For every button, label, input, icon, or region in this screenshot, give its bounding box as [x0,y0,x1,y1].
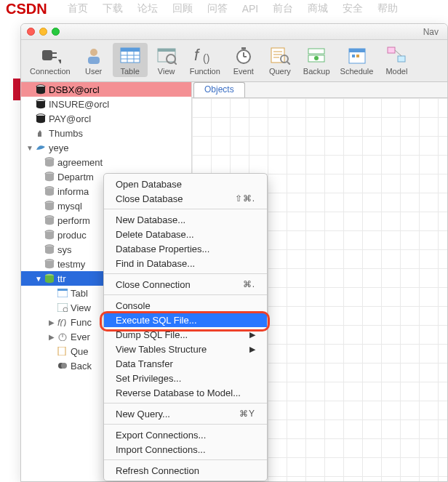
menu-item[interactable]: Close Database⇧⌘. [104,191,267,206]
tree-label: Tabl [71,288,88,299]
connection-thumbs[interactable]: Thumbs [21,126,191,140]
connection-pay[interactable]: PAY@orcl [21,111,191,126]
menu-item[interactable]: Dump SQL File...▶ [104,327,267,342]
dolphin-icon [34,142,47,153]
menu-item[interactable]: Execute SQL File... [104,313,267,327]
tree-label: testmy [57,259,85,270]
connection-yeye[interactable]: ▼ yeye [21,140,191,155]
tree-label: Func [71,317,92,328]
menu-item[interactable]: Find in Database... [104,256,267,270]
table-icon [120,44,140,66]
toolbar-label: Function [190,67,220,76]
chevron-down-icon: ▼ [25,144,34,152]
svg-rect-35 [388,47,395,53]
menu-item-label: Delete Database... [116,229,194,240]
bg-logo: CSDN [6,1,47,17]
toolbar-label: Connection [30,67,71,76]
toolbar-user[interactable]: User [76,43,111,77]
chevron-right-icon: ▶ [47,318,56,326]
svg-rect-33 [352,55,355,57]
toolbar-label: Schedule [340,67,374,76]
menu-item-label: Dump SQL File... [116,329,188,340]
tree-label: yeye [49,142,68,153]
tree-label: Ever [71,332,90,342]
database-open-icon [43,273,56,284]
toolbar-function[interactable]: f() Function [185,43,225,77]
menu-item[interactable]: Data Transfer [104,356,267,371]
toolbar-event[interactable]: Event [226,43,261,77]
zoom-window-button[interactable] [52,28,60,36]
toolbar-backup[interactable]: Backup [299,43,335,77]
svg-marker-3 [58,60,61,64]
svg-point-73 [45,280,54,283]
database-icon [34,113,47,124]
menu-item[interactable]: Set Privileges... [104,371,267,385]
toolbar-view[interactable]: View [149,43,184,77]
menu-item[interactable]: New Database... [104,212,267,227]
toolbar-label: Model [385,67,407,76]
toolbar-label: Table [121,67,140,76]
connection-insure[interactable]: INSURE@orcl [21,97,191,111]
menu-item[interactable]: Delete Database... [104,227,267,241]
toolbar-query[interactable]: Query [263,43,297,77]
query-icon [270,44,290,66]
database-icon [43,172,56,182]
svg-rect-32 [349,49,365,52]
menu-item[interactable]: View Tables Structure▶ [104,342,267,356]
database-icon [43,230,56,240]
menu-item-label: Database Properties... [116,244,209,254]
toolbar-model[interactable]: Model [379,43,414,77]
plug-icon [39,44,61,66]
menu-item[interactable]: Refresh Connection [104,463,267,478]
tree-label: produc [57,230,87,241]
toolbar-label: User [85,67,102,76]
svg-text:f: f [194,46,201,64]
menu-item[interactable]: Import Connections... [104,442,267,457]
context-menu: Open DatabaseClose Database⇧⌘.New Databa… [103,173,268,481]
menu-shortcut: ⌘. [243,279,255,289]
database-icon [43,244,56,254]
menu-item[interactable]: Console [104,298,267,313]
menu-item[interactable]: Reverse Database to Model... [104,385,267,400]
menu-item[interactable]: New Query...⌘Y [104,406,267,421]
backup-icon [306,44,327,66]
database-item[interactable]: agreement [21,155,191,169]
table-icon [56,289,69,297]
menu-item[interactable]: Open Database [104,177,267,191]
database-icon [34,99,47,109]
database-icon [43,201,56,211]
thumb-icon [34,128,47,138]
svg-point-40 [36,91,45,94]
menu-separator [104,209,267,209]
menu-item[interactable]: Database Properties... [104,241,267,256]
database-icon [43,259,56,269]
menu-item-label: Execute SQL File... [116,315,197,326]
toolbar-label: Event [233,67,254,76]
database-icon [43,186,56,196]
svg-point-55 [45,193,54,196]
close-window-button[interactable] [27,28,35,36]
tree-label: agreement [57,157,103,168]
menu-separator [104,294,267,295]
toolbar-table[interactable]: Table [113,43,148,77]
toolbar-schedule[interactable]: Schedule [336,43,378,77]
toolbar-label: Query [269,67,291,76]
tree-label: INSURE@orcl [49,99,109,110]
tree-label: Thumbs [49,128,83,139]
minimize-window-button[interactable] [39,28,47,36]
menu-separator [104,273,267,274]
svg-rect-7 [121,48,140,52]
svg-point-43 [36,105,45,108]
svg-line-27 [287,62,290,65]
connection-dsbx[interactable]: DSBX@orcl [21,82,191,97]
user-icon [84,44,103,66]
toolbar-connection[interactable]: Connection [25,43,75,77]
svg-point-52 [45,178,54,181]
tab-objects[interactable]: Objects [193,82,245,97]
titlebar: Nav [21,24,447,40]
svg-rect-36 [398,56,405,62]
svg-point-61 [45,222,54,225]
menu-item[interactable]: Close Connection⌘. [104,277,267,292]
svg-rect-0 [42,50,52,60]
menu-item[interactable]: Export Connections... [104,427,267,442]
